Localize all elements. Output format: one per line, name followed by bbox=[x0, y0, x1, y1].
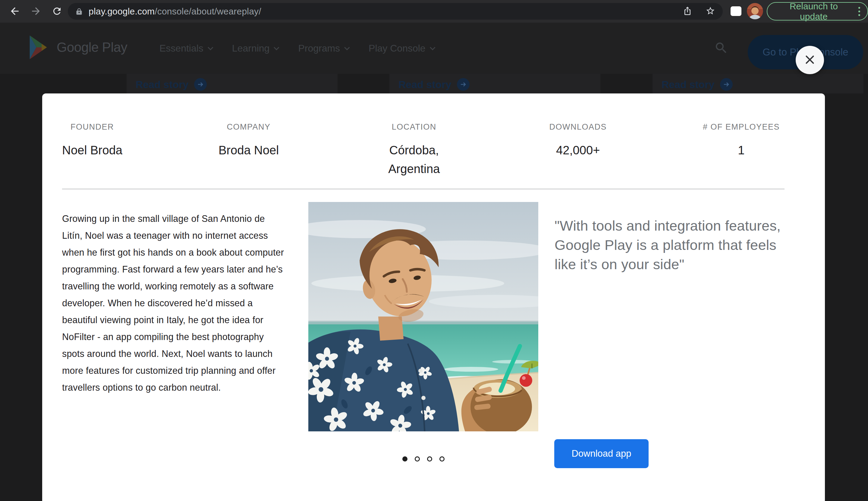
arrow-right-icon bbox=[720, 78, 733, 91]
nav-item-learning[interactable]: Learning bbox=[232, 43, 278, 54]
story-cards-row: Read story Read story Read story bbox=[0, 74, 868, 94]
founder-story-text: Growing up in the small village of San A… bbox=[62, 210, 287, 396]
arrow-right-icon bbox=[457, 78, 470, 91]
reload-button[interactable] bbox=[51, 5, 63, 18]
carousel-dot-2[interactable] bbox=[415, 456, 420, 461]
search-button[interactable] bbox=[714, 41, 729, 56]
carousel-dot-4[interactable] bbox=[439, 456, 444, 461]
search-icon bbox=[714, 52, 728, 56]
founder-photo bbox=[308, 202, 538, 431]
profile-avatar[interactable] bbox=[747, 3, 763, 19]
share-button[interactable] bbox=[681, 5, 694, 18]
nav-item-programs[interactable]: Programs bbox=[298, 43, 348, 54]
forward-arrow-icon bbox=[30, 6, 42, 18]
stat-location: LOCATION Córdoba, Argentina bbox=[375, 122, 453, 178]
carousel-dot-1[interactable] bbox=[403, 456, 407, 461]
founder-story-modal: FOUNDER Noel Broda COMPANY Broda Noel LO… bbox=[42, 94, 825, 501]
address-bar[interactable]: play.google.com/console/about/weareplay/ bbox=[68, 3, 723, 20]
forward-button[interactable] bbox=[30, 5, 42, 18]
divider bbox=[62, 189, 784, 189]
google-play-logo[interactable]: Google Play bbox=[26, 35, 127, 60]
carousel-dot-3[interactable] bbox=[427, 456, 432, 461]
share-icon bbox=[683, 6, 692, 16]
close-button[interactable] bbox=[796, 46, 824, 74]
lock-icon bbox=[75, 7, 83, 15]
play-triangle-icon bbox=[26, 35, 50, 60]
stats-row: FOUNDER Noel Broda COMPANY Broda Noel LO… bbox=[62, 122, 780, 178]
screen: play.google.com/console/about/weareplay/ bbox=[0, 0, 868, 501]
nav-item-essentials[interactable]: Essentials bbox=[159, 43, 212, 54]
read-story-link[interactable]: Read story bbox=[653, 74, 864, 91]
stat-employees: # OF EMPLOYEES 1 bbox=[703, 122, 780, 178]
story-card: Read story bbox=[127, 74, 337, 94]
arrow-right-icon bbox=[194, 78, 207, 91]
back-arrow-icon bbox=[9, 6, 21, 18]
back-button[interactable] bbox=[9, 5, 21, 18]
chevron-down-icon bbox=[344, 45, 350, 50]
story-card: Read story bbox=[653, 74, 864, 94]
read-story-link[interactable]: Read story bbox=[389, 74, 600, 91]
stat-company: COMPANY Broda Noel bbox=[218, 122, 279, 178]
chevron-down-icon bbox=[274, 45, 279, 50]
close-icon bbox=[803, 53, 817, 67]
side-panel-button[interactable] bbox=[731, 6, 741, 16]
brand-name: Google Play bbox=[57, 40, 127, 55]
url-path: /console/about/weareplay/ bbox=[154, 6, 261, 16]
browser-toolbar: play.google.com/console/about/weareplay/ bbox=[0, 0, 868, 23]
chevron-down-icon bbox=[208, 45, 213, 50]
read-story-link[interactable]: Read story bbox=[127, 74, 337, 91]
bookmark-button[interactable] bbox=[704, 5, 717, 18]
founder-quote: "With tools and integration features, Go… bbox=[555, 216, 794, 274]
reload-icon bbox=[52, 6, 62, 18]
site-navbar: Google Play Essentials Learning Programs… bbox=[0, 23, 868, 74]
story-card: Read story bbox=[389, 74, 600, 94]
stat-founder: FOUNDER Noel Broda bbox=[62, 122, 122, 178]
carousel-dots bbox=[308, 456, 538, 461]
nav-item-play-console[interactable]: Play Console bbox=[368, 43, 434, 54]
kebab-menu-icon bbox=[858, 7, 860, 16]
stat-downloads: DOWNLOADS 42,000+ bbox=[549, 122, 607, 178]
relaunch-label: Relaunch to update bbox=[776, 1, 851, 22]
download-app-button[interactable]: Download app bbox=[554, 439, 649, 468]
url-domain: play.google.com bbox=[89, 6, 154, 16]
relaunch-to-update-button[interactable]: Relaunch to update bbox=[767, 2, 868, 21]
bookmark-star-icon bbox=[706, 6, 715, 17]
nav-menu: Essentials Learning Programs Play Consol… bbox=[159, 23, 434, 74]
url-text: play.google.com/console/about/weareplay/ bbox=[89, 6, 261, 17]
chevron-down-icon bbox=[430, 45, 435, 50]
